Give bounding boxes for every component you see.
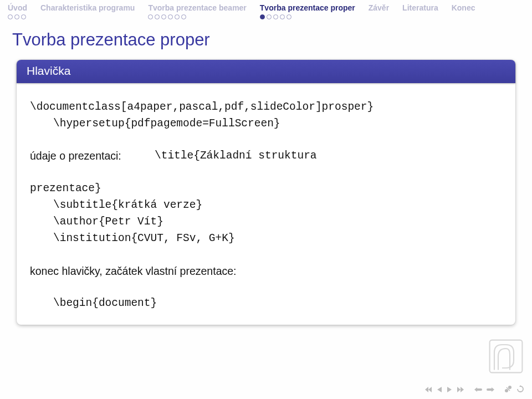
code-line: \institution{CVUT, FSv, G+K} (30, 230, 502, 247)
nav-item-uvod[interactable]: Úvod (8, 3, 27, 19)
row-label: údaje o prezentaci: (30, 147, 155, 164)
nav-item-konec[interactable]: Konec (452, 3, 475, 12)
row-udaje: údaje o prezentaci: \title{Základní stru… (30, 147, 502, 164)
progress-dots (148, 14, 186, 19)
svg-point-1 (508, 386, 511, 389)
nav-forward-icon[interactable] (487, 386, 497, 395)
nav-label: Závěr (369, 3, 389, 12)
code-line: \documentclass[a4paper,pascal,pdf,slideC… (30, 99, 502, 115)
nav-last-icon[interactable] (457, 386, 464, 395)
nav-next-icon[interactable] (447, 386, 452, 395)
frame-title: Tvorba prezentace proper (0, 27, 532, 60)
progress-dots (8, 14, 26, 19)
nav-item-charakteristika[interactable]: Charakteristika programu (40, 3, 135, 12)
nav-label: Úvod (8, 3, 27, 12)
nav-first-icon[interactable] (424, 386, 432, 395)
code-line: \hypersetup{pdfpagemode=FullScreen} (30, 115, 502, 132)
row-value: \title{Základní struktura (155, 147, 317, 164)
nav-item-beamer[interactable]: Tvorba prezentace beamer (148, 3, 246, 19)
nav-header: Úvod Charakteristika programu Tvorba pre… (0, 0, 532, 27)
progress-dots (260, 14, 291, 19)
nav-back-icon[interactable] (472, 386, 482, 395)
code-line: \subtitle{krátká verze} (30, 197, 502, 213)
nav-refresh-icon[interactable] (516, 385, 524, 395)
nav-label: Tvorba prezentace proper (260, 3, 355, 12)
nav-label: Charakteristika programu (40, 3, 135, 12)
institution-logo (487, 337, 525, 376)
nav-label: Tvorba prezentace beamer (148, 3, 246, 12)
block-body: \documentclass[a4paper,pascal,pdf,slideC… (17, 83, 515, 325)
nav-label: Literatura (402, 3, 438, 12)
code-line: \author{Petr Vít} (30, 213, 502, 230)
code-line: prezentace} (30, 180, 502, 197)
nav-label: Konec (452, 3, 475, 12)
svg-point-2 (505, 389, 508, 392)
block-title: Hlavička (17, 60, 515, 83)
nav-footer (424, 385, 524, 395)
nav-item-literatura[interactable]: Literatura (402, 3, 438, 12)
nav-item-zaver[interactable]: Závěr (369, 3, 389, 12)
text-line: konec hlavičky, začátek vlastní prezenta… (30, 263, 502, 279)
code-line: \begin{document} (30, 295, 502, 311)
block-hlavicka: Hlavička \documentclass[a4paper,pascal,p… (17, 60, 515, 325)
nav-item-proper[interactable]: Tvorba prezentace proper (260, 3, 355, 19)
nav-search-icon[interactable] (504, 385, 512, 395)
nav-prev-icon[interactable] (437, 386, 442, 395)
